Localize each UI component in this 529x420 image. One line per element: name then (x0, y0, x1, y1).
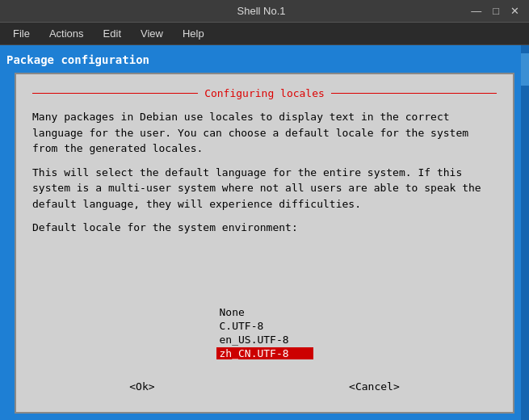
menu-file[interactable]: File (5, 26, 38, 41)
locale-zhcn[interactable]: zh_CN.UTF-8 (216, 347, 313, 359)
title-line-right (331, 93, 497, 94)
scrollbar[interactable] (521, 45, 529, 420)
menu-bar: File Actions Edit View Help (0, 23, 529, 45)
dialog-title: Configuring locales (198, 87, 331, 99)
title-bar: Shell No.1 — □ ✕ (0, 0, 529, 23)
ok-button[interactable]: <Ok> (116, 377, 167, 396)
terminal-area: Package configuration Configuring locale… (0, 45, 529, 420)
locale-none[interactable]: None (216, 306, 313, 318)
package-config-label: Package configuration (6, 53, 523, 66)
window-controls: — □ ✕ (468, 6, 523, 16)
main-window: Shell No.1 — □ ✕ File Actions Edit View … (0, 0, 529, 420)
dialog-box: Configuring locales Many packages in Deb… (15, 73, 514, 414)
menu-actions[interactable]: Actions (41, 26, 92, 41)
title-line-left (32, 93, 198, 94)
dialog-para1: Many packages in Debian use locales to d… (32, 109, 497, 157)
menu-view[interactable]: View (132, 26, 171, 41)
locale-enus[interactable]: en_US.UTF-8 (216, 334, 313, 346)
scrollbar-thumb[interactable] (521, 53, 529, 86)
dialog-buttons: <Ok> <Cancel> (32, 377, 497, 396)
locale-cutf8[interactable]: C.UTF-8 (216, 320, 313, 332)
dialog-para2: This will select the default language fo… (32, 165, 497, 212)
menu-edit[interactable]: Edit (95, 26, 129, 41)
dialog-prompt: Default locale for the system environmen… (32, 220, 497, 236)
minimize-button[interactable]: — (468, 6, 485, 16)
close-button[interactable]: ✕ (507, 6, 523, 16)
dialog-body: Many packages in Debian use locales to d… (32, 109, 497, 301)
dialog-title-row: Configuring locales (32, 87, 497, 99)
cancel-button[interactable]: <Cancel> (336, 377, 413, 396)
maximize-button[interactable]: □ (489, 6, 502, 16)
menu-help[interactable]: Help (174, 26, 212, 41)
locale-list: None C.UTF-8 en_US.UTF-8 zh_CN.UTF-8 (32, 306, 497, 359)
window-title: Shell No.1 (55, 5, 468, 17)
